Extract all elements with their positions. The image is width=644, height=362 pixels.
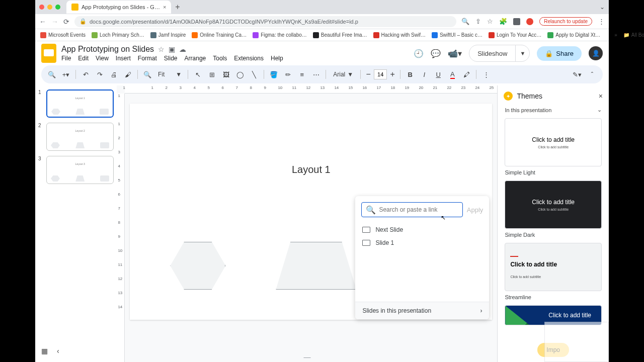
border-weight-button[interactable]: ≡ <box>295 68 308 81</box>
theme-card-streamline[interactable]: Click to add title Click to add subtitle <box>505 243 602 291</box>
bookmark-item[interactable]: Login To Your Acc… <box>489 32 541 38</box>
slide-title-text[interactable]: Layout 1 <box>130 164 492 175</box>
hide-menus-icon[interactable]: ˆ <box>586 68 599 81</box>
border-color-button[interactable]: ✏ <box>281 68 294 81</box>
slideshow-dropdown[interactable]: ▼ <box>516 50 529 56</box>
menu-arrange[interactable]: Arrange <box>185 55 206 62</box>
highlight-button[interactable]: 🖍 <box>460 68 473 81</box>
url-input[interactable]: 🔒 docs.google.com/presentation/d/1AmO0kD… <box>74 16 456 27</box>
print-button[interactable]: 🖨 <box>107 68 120 81</box>
bookmark-item[interactable]: Microsoft Events <box>40 32 86 38</box>
slide-thumbnail-1[interactable]: Layout 1 <box>46 89 114 118</box>
themes-section-header[interactable]: In this presentation ⌄ <box>498 105 609 118</box>
close-themes-icon[interactable]: × <box>599 92 603 100</box>
slideshow-button[interactable]: Slideshow <box>469 45 516 61</box>
menu-view[interactable]: View <box>96 55 109 62</box>
decrease-font-size[interactable]: − <box>364 70 373 79</box>
bold-button[interactable]: B <box>404 68 417 81</box>
font-select[interactable]: Arial▼ <box>329 71 357 78</box>
share-page-icon[interactable]: ⇧ <box>475 18 481 25</box>
new-slide-button[interactable]: +▾ <box>59 68 72 81</box>
paint-format-button[interactable]: 🖌 <box>121 68 134 81</box>
notes-resize-handle[interactable]: ― <box>117 353 497 362</box>
bookmark-item[interactable]: Figma: the collabo… <box>253 32 307 38</box>
theme-card-simple-light[interactable]: Click to add title Click to add subtitle <box>505 118 602 166</box>
slide-thumbnail-3[interactable]: Layout 3 <box>46 156 114 184</box>
trapezoid-shape[interactable] <box>276 242 356 290</box>
search-menus-icon[interactable]: 🔍 <box>45 68 58 81</box>
shape-tool[interactable]: ◯ <box>233 68 247 81</box>
undo-button[interactable]: ↶ <box>79 68 92 81</box>
bookmark-item[interactable]: Apply to Digital Xt… <box>547 32 600 38</box>
star-icon[interactable]: ☆ <box>158 45 165 53</box>
minimize-window-icon[interactable] <box>47 5 52 10</box>
grid-view-icon[interactable]: ▦ <box>41 347 48 355</box>
browser-menu-icon[interactable]: ⋮ <box>598 18 605 25</box>
menu-insert[interactable]: Insert <box>116 55 131 62</box>
browser-tab[interactable]: App Prototyping on Slides - G… × <box>66 1 171 14</box>
extension-2-icon[interactable] <box>526 18 533 25</box>
all-bookmarks[interactable]: 📁All Bookmarks <box>623 32 644 38</box>
zoom-select[interactable]: Fit ▼ <box>155 71 185 78</box>
bookmark-item[interactable]: Hacking with Swif… <box>373 32 426 38</box>
italic-button[interactable]: I <box>418 68 431 81</box>
bookmark-star-icon[interactable]: ☆ <box>487 18 493 25</box>
menu-tools[interactable]: Tools <box>213 55 227 62</box>
slide-thumbnail-2[interactable]: Layout 2 <box>46 123 114 151</box>
tab-close-icon[interactable]: × <box>163 4 166 10</box>
collapse-filmstrip-icon[interactable]: ‹ <box>57 347 59 355</box>
increase-font-size[interactable]: + <box>388 70 397 79</box>
new-tab-button[interactable]: + <box>175 3 180 12</box>
bookmark-item[interactable]: Beautiful Free Ima… <box>313 32 367 38</box>
select-tool[interactable]: ↖ <box>191 68 204 81</box>
editing-mode-icon[interactable]: ✎▾ <box>571 68 584 81</box>
account-avatar[interactable]: 👤 <box>589 46 603 60</box>
more-toolbar-icon[interactable]: ⋮ <box>479 68 493 81</box>
comments-icon[interactable]: 💬 <box>431 49 441 58</box>
menu-edit[interactable]: Edit <box>78 55 89 62</box>
menu-slide[interactable]: Slide <box>164 55 178 62</box>
document-title[interactable]: App Prototyping on Slides <box>61 45 154 54</box>
link-item-slide-1[interactable]: Slide 1 <box>355 236 489 249</box>
zoom-status-icon[interactable]: 🔍 <box>461 18 469 25</box>
menu-help[interactable]: Help <box>271 55 283 62</box>
menu-format[interactable]: Format <box>138 55 157 62</box>
cloud-status-icon[interactable]: ☁ <box>179 45 186 53</box>
slides-logo-icon[interactable] <box>41 44 56 63</box>
history-icon[interactable]: 🕘 <box>414 49 424 58</box>
tabs-overflow-icon[interactable]: ⌄ <box>600 4 605 11</box>
border-dash-button[interactable]: ⋯ <box>309 68 323 81</box>
share-button[interactable]: 🔒 Share <box>537 46 582 61</box>
forward-button[interactable]: → <box>51 18 58 26</box>
relaunch-button[interactable]: Relaunch to update <box>539 17 592 26</box>
back-button[interactable]: ← <box>39 18 46 26</box>
bookmark-item[interactable]: SwiftUI – Basic c… <box>432 32 482 38</box>
font-size-input[interactable] <box>374 69 387 79</box>
zoom-icon[interactable]: 🔍 <box>141 68 154 81</box>
link-search-input[interactable]: 🔍 <box>361 202 462 217</box>
redo-button[interactable]: ↷ <box>93 68 106 81</box>
extensions-icon[interactable]: 🧩 <box>499 18 507 25</box>
theme-card-simple-dark[interactable]: Click to add title Click to add subtitle <box>505 180 602 229</box>
image-tool[interactable]: 🖼 <box>219 68 232 81</box>
slides-in-presentation-item[interactable]: Slides in this presentation › <box>355 302 489 319</box>
bookmark-item[interactable]: Loch Primary Sch… <box>92 32 144 38</box>
maximize-window-icon[interactable] <box>55 5 60 10</box>
reload-button[interactable]: ⟳ <box>63 18 69 26</box>
bookmark-item[interactable]: Jamf Inspire <box>150 32 186 38</box>
text-color-button[interactable]: A <box>446 68 459 81</box>
apply-link-button[interactable]: Apply <box>467 206 484 214</box>
fill-color-button[interactable]: 🪣 <box>267 68 280 81</box>
close-window-icon[interactable] <box>39 5 44 10</box>
menu-file[interactable]: File <box>61 55 71 62</box>
textbox-tool[interactable]: ⊞ <box>205 68 218 81</box>
bookmark-item[interactable]: Online Training Ca… <box>192 32 247 38</box>
underline-button[interactable]: U <box>432 68 445 81</box>
meet-icon[interactable]: 📹▾ <box>448 49 462 58</box>
hexagon-shape[interactable] <box>170 242 225 290</box>
link-item-next-slide[interactable]: Next Slide <box>355 223 489 236</box>
menu-extensions[interactable]: Extensions <box>234 55 264 62</box>
extension-1-icon[interactable] <box>513 18 520 25</box>
move-folder-icon[interactable]: ▣ <box>169 45 175 53</box>
line-tool[interactable]: ╲ <box>248 68 261 81</box>
